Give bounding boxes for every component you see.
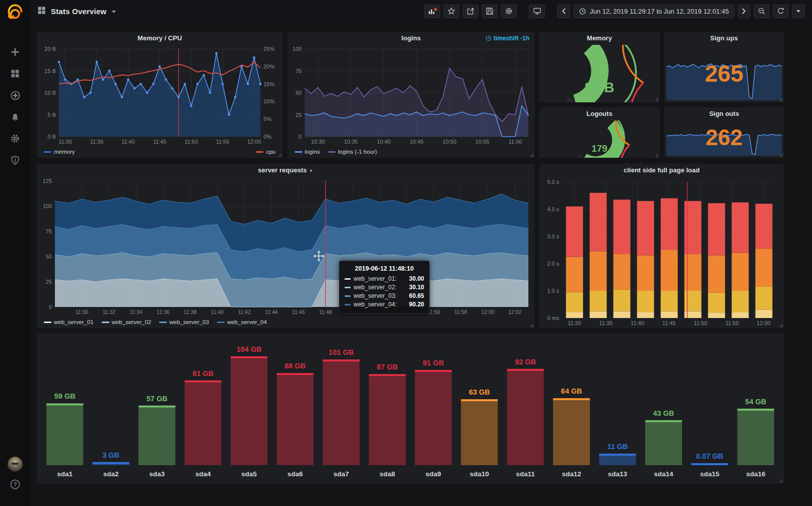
- svg-text:0: 0: [49, 304, 52, 310]
- grafana-flame-icon: [7, 4, 23, 20]
- svg-text:91 GB: 91 GB: [423, 359, 444, 367]
- svg-text:10:40: 10:40: [377, 139, 391, 145]
- logins-chart[interactable]: 10:3010:3510:4010:4510:5010:5511:0002550…: [288, 45, 534, 147]
- dashboard-grid-icon[interactable]: [37, 6, 46, 17]
- svg-text:2.0 s: 2.0 s: [547, 261, 559, 267]
- svg-text:75: 75: [46, 228, 52, 234]
- zoom-out-button[interactable]: [754, 5, 770, 18]
- svg-text:11:50: 11:50: [694, 320, 707, 326]
- timeshift-tag[interactable]: timeshift -1h: [486, 32, 529, 45]
- legend-item[interactable]: logins: [295, 149, 320, 155]
- panel-title-text: server requests: [258, 166, 307, 174]
- panel-title-sign-outs[interactable]: Sign outs: [664, 107, 784, 120]
- tooltip-series-row: web_server_01:30.00: [345, 275, 424, 282]
- svg-text:5.0 s: 5.0 s: [547, 179, 559, 185]
- time-range-picker[interactable]: Jun 12, 2019 11:29:17 to Jun 12, 2019 12…: [573, 5, 734, 18]
- star-button[interactable]: [443, 5, 459, 18]
- page-load-chart[interactable]: 0 ms1.0 s2.0 s3.0 s4.0 s5.0 s11:3011:351…: [539, 177, 784, 328]
- timeshift-clock-icon: [486, 35, 492, 41]
- svg-text:sda11: sda11: [516, 470, 535, 478]
- svg-text:sda3: sda3: [149, 470, 165, 478]
- panel-title-text: Memory / CPU: [138, 34, 182, 42]
- time-forward-button[interactable]: [737, 5, 751, 18]
- panel-title-text: Sign outs: [709, 110, 739, 117]
- server-requests-legend[interactable]: web_server_01web_server_02web_server_03w…: [37, 317, 534, 327]
- svg-text:59 GB: 59 GB: [54, 392, 76, 400]
- dashboard-title[interactable]: Stats Overview: [51, 7, 106, 16]
- svg-text:sda8: sda8: [379, 470, 395, 478]
- refresh-interval-caret[interactable]: [792, 5, 805, 18]
- cycle-view-mode-button[interactable]: [529, 5, 545, 18]
- panel-title-memory-cpu[interactable]: Memory / CPU: [37, 32, 283, 45]
- svg-text:50: 50: [296, 90, 302, 96]
- tooltip-series-row: web_server_02:30.10: [345, 284, 424, 291]
- svg-text:11:45: 11:45: [662, 320, 676, 326]
- svg-text:15%: 15%: [263, 81, 275, 87]
- svg-text:87 GB: 87 GB: [377, 363, 398, 371]
- sign-ups-value: 265: [664, 60, 784, 87]
- panel-title-sign-ups[interactable]: Sign ups: [664, 32, 784, 45]
- memory-cpu-chart[interactable]: 11:3011:3511:4011:4511:5011:5512:000 B5 …: [37, 45, 283, 147]
- time-back-button[interactable]: [557, 5, 570, 18]
- svg-text:12:00: 12:00: [481, 309, 494, 315]
- panel-memory-cpu: Memory / CPU 11:3011:3511:4011:4511:5011…: [36, 31, 283, 158]
- svg-text:10:30: 10:30: [311, 139, 325, 145]
- legend-item[interactable]: memory: [44, 149, 75, 155]
- svg-text:11:40: 11:40: [211, 309, 224, 315]
- save-button[interactable]: [482, 5, 498, 18]
- svg-text:10:55: 10:55: [476, 139, 490, 145]
- svg-text:5%: 5%: [263, 116, 272, 122]
- panel-logins: logins timeshift -1h 10:3010:3510:4010:4…: [287, 31, 535, 158]
- refresh-button[interactable]: [773, 5, 789, 18]
- logouts-gauge[interactable]: 179: [539, 120, 659, 158]
- dashboard-settings-button[interactable]: [501, 5, 517, 18]
- disk-usage-chart[interactable]: 59 GBsda13 GBsda257 GBsda381 GBsda4104 G…: [37, 333, 784, 483]
- svg-text:sda12: sda12: [562, 470, 581, 478]
- panel-title-text: logins: [401, 34, 421, 42]
- svg-text:101 GB: 101 GB: [328, 348, 354, 356]
- svg-text:11:00: 11:00: [509, 139, 522, 145]
- panel-title-server-requests[interactable]: server requests▼: [37, 164, 534, 177]
- alerting-bell-icon[interactable]: [9, 110, 22, 123]
- svg-text:sda7: sda7: [333, 470, 349, 478]
- user-avatar[interactable]: [8, 457, 23, 472]
- title-caret-icon[interactable]: [111, 7, 116, 16]
- svg-text:10:50: 10:50: [443, 139, 457, 145]
- configuration-gear-icon[interactable]: [9, 132, 22, 145]
- memory-cpu-legend[interactable]: memorycpu: [37, 147, 283, 157]
- svg-text:10:35: 10:35: [344, 139, 358, 145]
- svg-text:10 B: 10 B: [44, 90, 56, 96]
- tooltip-series-row: web_server_04:90.20: [345, 301, 424, 308]
- panel-title-memory-gauge[interactable]: Memory: [539, 32, 659, 45]
- legend-item[interactable]: web_server_02: [102, 319, 152, 325]
- panel-title-page-load[interactable]: client side full page load: [539, 164, 784, 177]
- add-panel-button[interactable]: [424, 5, 440, 18]
- memory-gauge[interactable]: 89 B: [539, 45, 659, 102]
- svg-text:104 GB: 104 GB: [236, 345, 261, 353]
- server-requests-chart[interactable]: 11:3011:3211:3411:3611:3811:4011:4211:44…: [37, 177, 534, 317]
- legend-item[interactable]: web_server_04: [217, 319, 267, 325]
- svg-text:10:45: 10:45: [410, 139, 424, 145]
- explore-compass-icon[interactable]: [9, 89, 22, 102]
- panel-title-logins[interactable]: logins timeshift -1h: [288, 32, 534, 45]
- svg-text:3 GB: 3 GB: [102, 451, 119, 459]
- panel-title-logouts[interactable]: Logouts: [539, 107, 659, 120]
- dashboard-grid: Memory / CPU 11:3011:3511:4011:4511:5011…: [30, 22, 812, 506]
- create-add-icon[interactable]: [9, 45, 22, 58]
- legend-item[interactable]: web_server_03: [159, 319, 209, 325]
- help-icon[interactable]: ?: [9, 478, 22, 491]
- logins-legend[interactable]: loginslogins (-1 hour): [288, 147, 534, 157]
- grafana-logo[interactable]: [7, 4, 23, 20]
- legend-item[interactable]: logins (-1 hour): [328, 149, 377, 155]
- svg-text:92 GB: 92 GB: [515, 358, 536, 366]
- server-admin-shield-icon[interactable]: [9, 154, 22, 167]
- legend-item[interactable]: web_server_01: [44, 319, 94, 325]
- legend-item[interactable]: cpu: [256, 149, 276, 155]
- svg-text:10%: 10%: [263, 98, 275, 104]
- panel-sign-outs: Sign outs 262: [664, 107, 784, 158]
- svg-text:0 ms: 0 ms: [547, 315, 559, 321]
- svg-text:11:50: 11:50: [184, 139, 198, 145]
- svg-text:0.07 GB: 0.07 GB: [696, 452, 723, 460]
- dashboards-grid-icon[interactable]: [9, 67, 22, 80]
- share-button[interactable]: [462, 5, 479, 18]
